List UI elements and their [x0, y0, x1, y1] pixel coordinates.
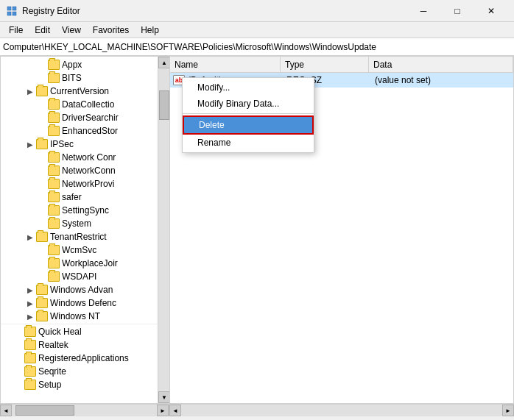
tree-item-seqrite[interactable]: Seqrite: [1, 365, 169, 378]
col-header-name[interactable]: Name: [170, 57, 281, 72]
tree-item-wcmsvc[interactable]: WcmSvc: [1, 243, 169, 257]
right-panel: Name Type Data ab (Default) REG_SZ (valu…: [170, 57, 513, 403]
ctx-rename[interactable]: Rename: [183, 135, 314, 151]
tree-toggle: [13, 339, 24, 351]
folder-icon: [48, 205, 60, 216]
menu-view[interactable]: View: [56, 24, 87, 37]
minimize-button[interactable]: ─: [406, 0, 440, 22]
folder-icon: [36, 86, 48, 96]
ctx-modify[interactable]: Modify...: [183, 79, 314, 96]
scroll-down-button[interactable]: ▼: [158, 391, 170, 403]
tree-toggle: [36, 204, 48, 216]
tree-toggle: [13, 352, 24, 364]
maximize-button[interactable]: □: [440, 0, 474, 22]
h-scroll-right-right[interactable]: ►: [502, 405, 514, 416]
h-scroll-track-right[interactable]: [181, 405, 502, 416]
folder-icon: [36, 139, 48, 149]
context-menu: Modify... Modify Binary Data... Delete R…: [182, 77, 314, 153]
main-content: Appx BITS ▶ CurrentVersion DataCollectio: [0, 56, 514, 404]
folder-icon: [24, 340, 36, 350]
tree-item-driversearchir[interactable]: DriverSearchir: [1, 111, 169, 124]
ctx-delete[interactable]: Delete: [183, 115, 314, 135]
h-scroll-thumb-left[interactable]: [15, 405, 74, 416]
scroll-thumb[interactable]: [159, 90, 169, 120]
menu-file[interactable]: File: [3, 24, 29, 37]
tree-item-windowsnt[interactable]: ▶ Windows NT: [1, 310, 169, 323]
tree-toggle: [36, 218, 48, 229]
menu-favorites[interactable]: Favorites: [87, 24, 135, 37]
scroll-up-button[interactable]: ▲: [158, 57, 170, 68]
tree-label: WorkplaceJoir: [62, 258, 118, 268]
folder-icon: [36, 285, 48, 295]
tree-label: DataCollectio: [62, 99, 114, 110]
address-bar: Computer\HKEY_LOCAL_MACHINE\SOFTWARE\Pol…: [0, 38, 514, 56]
tree-item-datacollection[interactable]: DataCollectio: [1, 98, 169, 111]
folder-icon: [48, 60, 60, 70]
tree-item-appx[interactable]: Appx: [1, 58, 169, 71]
tree-toggle: [36, 99, 48, 110]
menu-help[interactable]: Help: [135, 24, 165, 37]
tree-toggle[interactable]: ▶: [24, 138, 36, 150]
h-scroll-track-left[interactable]: [12, 405, 157, 416]
tree-label: IPSec: [50, 139, 74, 149]
tree-label: WcmSvc: [62, 245, 96, 255]
tree-item-currentversion[interactable]: ▶ CurrentVersion: [1, 85, 169, 98]
folder-icon: [48, 99, 60, 110]
col-header-type[interactable]: Type: [281, 57, 369, 72]
svg-rect-1: [13, 7, 16, 10]
tree-item-tenantrestrict[interactable]: ▶ TenantRestrict: [1, 230, 169, 243]
tree-label: Quick Heal: [38, 327, 82, 337]
tree-label: Windows Advan: [50, 285, 113, 295]
col-header-data[interactable]: Data: [369, 57, 513, 72]
tree-toggle: [13, 366, 24, 377]
tree-item-enhancedstor[interactable]: EnhancedStor: [1, 124, 169, 138]
tree-toggle: [36, 191, 48, 203]
tree-toggle[interactable]: ▶: [24, 231, 36, 243]
folder-icon: [48, 152, 60, 163]
h-scroll-left-right[interactable]: ◄: [169, 405, 181, 416]
menu-bar: File Edit View Favorites Help: [0, 22, 514, 38]
tree-label: safer: [62, 192, 82, 202]
folder-icon: [24, 327, 36, 337]
folder-icon: [24, 366, 36, 377]
tree-label: Setup: [38, 380, 61, 390]
h-scroll-right[interactable]: ►: [157, 405, 169, 416]
tree-toggle[interactable]: ▶: [24, 297, 36, 309]
tree-item-networkconn[interactable]: NetworkConn: [1, 164, 169, 177]
tree-item-ipsec[interactable]: ▶ IPSec: [1, 138, 169, 151]
folder-icon: [36, 311, 48, 321]
scroll-track[interactable]: [158, 68, 169, 391]
tree-toggle[interactable]: ▶: [24, 85, 36, 97]
ctx-modify-binary[interactable]: Modify Binary Data...: [183, 96, 314, 112]
tree-toggle: [36, 112, 48, 124]
tree-item-setup[interactable]: Setup: [1, 378, 169, 391]
tree-item-workplacejoir[interactable]: WorkplaceJoir: [1, 257, 169, 270]
tree-scrollbar[interactable]: ▲ ▼: [158, 57, 169, 403]
tree-toggle[interactable]: ▶: [24, 284, 36, 296]
tree-item-realtek[interactable]: Realtek: [1, 338, 169, 352]
h-scroll-left[interactable]: ◄: [0, 405, 12, 416]
tree-item-system[interactable]: System: [1, 217, 169, 230]
tree-item-networkconr[interactable]: Network Conr: [1, 151, 169, 164]
tree-toggle[interactable]: ▶: [24, 310, 36, 322]
svg-rect-0: [7, 7, 11, 10]
folder-icon: [48, 271, 60, 282]
tree-label: WSDAPI: [62, 271, 96, 282]
tree-item-wsdapi[interactable]: WSDAPI: [1, 270, 169, 283]
svg-rect-2: [7, 12, 11, 15]
tree-item-quickheal[interactable]: Quick Heal: [1, 325, 169, 338]
folder-icon: [48, 113, 60, 123]
tree-panel: Appx BITS ▶ CurrentVersion DataCollectio: [1, 57, 170, 403]
tree-item-safer[interactable]: safer: [1, 191, 169, 204]
tree-item-settingsync[interactable]: SettingSync: [1, 204, 169, 217]
tree-item-windowsdefend[interactable]: ▶ Windows Defenc: [1, 296, 169, 310]
menu-edit[interactable]: Edit: [29, 24, 56, 37]
tree-item-registeredapps[interactable]: RegisteredApplications: [1, 352, 169, 365]
tree-label: Network Conr: [62, 152, 116, 163]
tree-item-bits[interactable]: BITS: [1, 71, 169, 85]
close-button[interactable]: ✕: [474, 0, 508, 22]
tree-item-windowsadvan[interactable]: ▶ Windows Advan: [1, 283, 169, 296]
right-h-scrollbar: ◄ ►: [169, 405, 514, 416]
tree-content[interactable]: Appx BITS ▶ CurrentVersion DataCollectio: [1, 57, 169, 403]
tree-item-networkprovi[interactable]: NetworkProvi: [1, 177, 169, 191]
